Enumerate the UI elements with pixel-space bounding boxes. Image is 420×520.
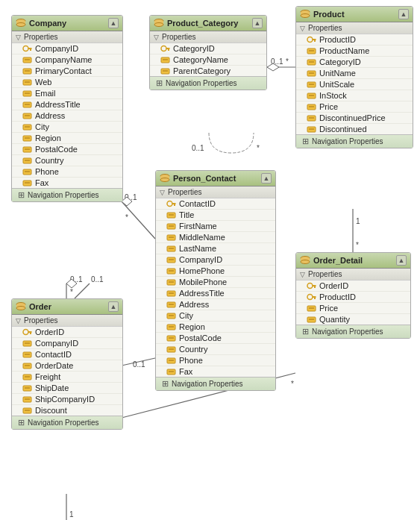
entity-person-contact-header[interactable]: Person_Contact ▲ [156, 171, 275, 187]
person-contact-properties-header[interactable]: ▽ Properties [156, 187, 275, 198]
order-detail-nav-section[interactable]: ⊞ Navigation Properties [296, 325, 410, 338]
person-contact-nav-section[interactable]: ⊞ Navigation Properties [156, 377, 275, 390]
company-collapse-btn[interactable]: ▲ [108, 18, 119, 28]
field-pc-region: Region [156, 322, 275, 333]
field-unitscale: UnitScale [296, 79, 413, 90]
field-productname: ProductName [296, 46, 413, 57]
svg-line-14 [75, 284, 90, 298]
order-detail-fields: OrderID ProductID Price Quantity [296, 281, 410, 325]
svg-text:0..1: 0..1 [70, 275, 83, 284]
db-icon [160, 173, 170, 184]
field-icon [166, 267, 176, 275]
field-icon [307, 81, 316, 89]
person-contact-collapse-btn[interactable]: ▲ [261, 173, 272, 184]
field-country: Country [12, 155, 122, 166]
entity-product-header[interactable]: Product ▲ [296, 7, 413, 22]
field-icon [166, 211, 176, 219]
company-properties-header[interactable]: ▽ Properties [12, 31, 122, 43]
product-category-nav-section[interactable]: ⊞ Navigation Properties [150, 76, 266, 90]
company-fields: CompanyID CompanyName PrimaryContact Web [12, 43, 122, 188]
svg-point-70 [301, 14, 310, 18]
field-shipdate: ShipDate [12, 383, 122, 394]
order-properties-header[interactable]: ▽ Properties [12, 315, 122, 327]
field-mobilephone: MobilePhone [156, 277, 275, 288]
field-pc-city: City [156, 310, 275, 322]
field-icon [166, 245, 176, 253]
entity-product: Product ▲ ▽ Properties ProductID Product… [295, 6, 413, 148]
field-categoryid: CategoryID [150, 43, 266, 54]
field-pc-country: Country [156, 344, 275, 355]
field-icon [22, 339, 32, 348]
field-o-contactid: ContactID [12, 349, 122, 360]
field-icon [22, 78, 32, 87]
field-icon [166, 256, 176, 264]
svg-text:0..1: 0..1 [91, 275, 104, 284]
order-detail-properties-header[interactable]: ▽ Properties [296, 269, 410, 281]
db-icon [16, 18, 26, 28]
field-pc-postalcode: PostalCode [156, 333, 275, 344]
product-category-collapse-btn[interactable]: ▲ [252, 18, 263, 28]
company-nav-expand: ⊞ [18, 190, 25, 200]
product-collapse-btn[interactable]: ▲ [398, 9, 409, 19]
field-orderdate: OrderDate [12, 360, 122, 372]
svg-line-17 [122, 358, 155, 366]
field-icon [166, 278, 176, 286]
entity-product-category: Product_Category ▲ ▽ Properties Category… [149, 15, 267, 90]
field-pc-companyid: CompanyID [156, 254, 275, 266]
product-nav-section[interactable]: ⊞ Navigation Properties [296, 134, 413, 148]
field-middlename: MiddleName [156, 232, 275, 243]
entity-person-contact: Person_Contact ▲ ▽ Properties ContactID … [155, 170, 276, 391]
entity-order-detail: Order_Detail ▲ ▽ Properties OrderID [295, 252, 411, 339]
field-icon [22, 123, 32, 131]
svg-point-31 [23, 46, 28, 51]
svg-rect-63 [168, 49, 169, 51]
svg-rect-131 [314, 286, 316, 288]
field-icon [307, 114, 316, 122]
svg-point-132 [307, 294, 313, 299]
order-detail-collapse-btn[interactable]: ▲ [396, 255, 407, 266]
entity-product-category-header[interactable]: Product_Category ▲ [150, 16, 266, 31]
field-od-productid: ProductID [296, 292, 410, 303]
field-icon [22, 395, 32, 404]
order-collapse-btn[interactable]: ▲ [108, 301, 119, 312]
svg-text:0..1: 0..1 [192, 144, 204, 152]
field-instock: InStock [296, 90, 413, 101]
svg-rect-95 [174, 204, 175, 206]
db-icon [154, 18, 164, 28]
company-props-label: Properties [24, 33, 58, 41]
field-primarycontact: PrimaryContact [12, 66, 122, 77]
field-web: Web [12, 77, 122, 88]
entity-company-header[interactable]: Company ▲ [12, 16, 122, 31]
field-companyname: CompanyName [12, 54, 122, 66]
svg-rect-94 [172, 203, 176, 204]
key-icon [307, 282, 316, 290]
company-nav-section[interactable]: ⊞ Navigation Properties [12, 188, 122, 201]
field-icon [307, 92, 316, 100]
order-nav-section[interactable]: ⊞ Navigation Properties [12, 416, 122, 429]
field-contactid: ContactID [156, 198, 275, 210]
company-props-toggle: ▽ [16, 34, 21, 41]
field-price: Price [296, 101, 413, 113]
field-fax: Fax [12, 178, 122, 188]
field-icon [166, 301, 176, 309]
field-productid: ProductID [296, 34, 413, 46]
field-icon [160, 67, 170, 75]
entity-order-header[interactable]: Order ▲ [12, 299, 122, 315]
field-icon [22, 384, 32, 392]
field-icon [22, 145, 32, 154]
field-icon [160, 56, 170, 64]
svg-point-61 [161, 46, 166, 51]
svg-text:*: * [356, 241, 359, 249]
entity-order-detail-header[interactable]: Order_Detail ▲ [296, 253, 410, 269]
entity-company: Company ▲ ▽ Properties CompanyID [11, 15, 123, 202]
svg-text:0..1: 0..1 [125, 193, 137, 201]
field-unitname: UnitName [296, 68, 413, 79]
field-pc-address: Address [156, 299, 275, 310]
field-pc-addresstitle: AddressTitle [156, 288, 275, 299]
field-shipcompanyid: ShipCompanyID [12, 394, 122, 405]
db-icon [300, 255, 310, 266]
entity-product-title: Product [313, 10, 345, 19]
product-properties-header[interactable]: ▽ Properties [296, 22, 413, 34]
field-icon [22, 407, 32, 415]
product-category-properties-header[interactable]: ▽ Properties [150, 31, 266, 43]
